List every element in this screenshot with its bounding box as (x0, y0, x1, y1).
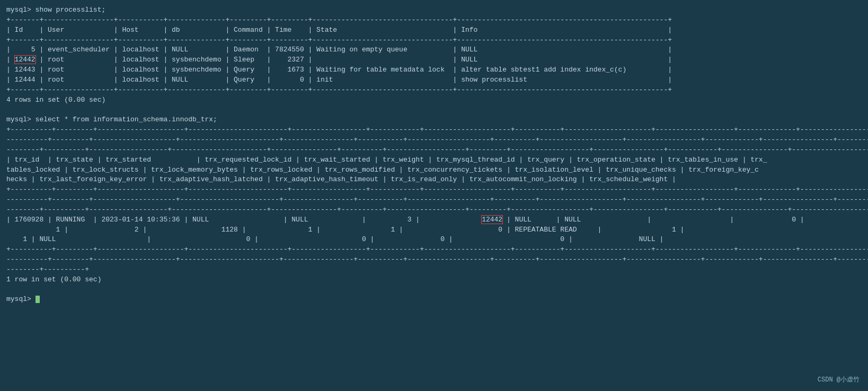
separator-1: +-------+-----------------+-----------+-… (6, 15, 862, 25)
highlighted-id: 12442 (15, 56, 36, 64)
separator-10: +----------+---------+------------------… (6, 245, 862, 255)
cursor (36, 296, 40, 303)
header-trx-3: hecks | trx_last_foreign_key_error | trx… (6, 175, 862, 185)
separator-7: +----------+---------+------------------… (6, 185, 862, 195)
separator-6: --------+----------+-------------------+… (6, 145, 862, 155)
separator-4: +----------+---------+------------------… (6, 125, 862, 135)
mysql-prompt: mysql> (6, 295, 40, 303)
header-trx-1: | trx_id | trx_state | trx_started | trx… (6, 155, 862, 165)
blank-1 (6, 105, 862, 115)
separator-3: +-------+-----------------+-----------+-… (6, 85, 862, 95)
row-12442: | 12442 | root | localhost | sysbenchdem… (6, 55, 862, 65)
rows-count-1: 4 rows in set (0.00 sec) (6, 95, 862, 105)
cmd-select-innodb-trx: mysql> select * from information_schema.… (6, 115, 862, 125)
separator-5: ----------+---------+-------------------… (6, 135, 862, 145)
separator-8: ----------+---------+-------------------… (6, 195, 862, 205)
row-12443: | 12443 | root | localhost | sysbenchdem… (6, 65, 862, 75)
row-12444: | 12444 | root | localhost | NULL | Quer… (6, 75, 862, 85)
highlighted-thread-id: 12442 (482, 216, 502, 224)
data-row-trx-2: 1 | 2 | 1128 | 1 | 1 | 0 | REPEATABLE RE… (6, 225, 862, 235)
table-header-processlist: | Id | User | Host | db | Command | Time… (6, 25, 862, 35)
row-event-scheduler: | 5 | event_scheduler | localhost | NULL… (6, 45, 862, 55)
separator-2: +-------+-----------------+-----------+-… (6, 35, 862, 46)
blank-2 (6, 285, 862, 295)
terminal: mysql> show processlist; +-------+------… (6, 5, 862, 305)
data-row-trx-1: | 1760928 | RUNNING | 2023-01-14 10:35:3… (6, 215, 862, 225)
data-row-trx-3: 1 | NULL | 0 | 0 | 0 | 0 | NULL | (6, 235, 862, 245)
separator-9: --------+----------+-------------------+… (6, 205, 862, 215)
header-trx-2: tables_locked | trx_lock_structs | trx_l… (6, 165, 862, 175)
watermark: CSDN @小虚竹 (818, 376, 860, 385)
separator-12: --------+----------+ (6, 265, 862, 275)
cmd-show-processlist: mysql> show processlist; (6, 5, 862, 15)
separator-11: ----------+---------+-------------------… (6, 255, 862, 265)
rows-count-2: 1 row in set (0.00 sec) (6, 275, 862, 285)
